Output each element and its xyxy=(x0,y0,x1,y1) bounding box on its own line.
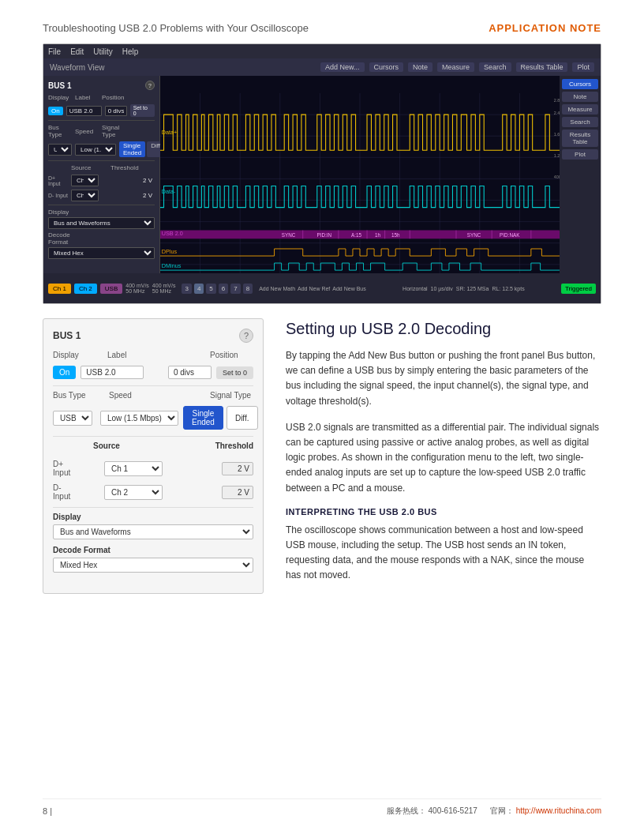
scope-dminus-row: D- Input Ch 2 2 V xyxy=(48,190,155,201)
scope-record-length: RL: 12.5 kpts xyxy=(492,286,524,291)
scope-note-btn[interactable]: Note xyxy=(562,92,598,102)
scope-results-btn[interactable]: Results Table xyxy=(562,130,598,147)
svg-text:2.80: 2.80 xyxy=(554,98,560,103)
bp-diff-btn[interactable]: Diff. xyxy=(227,406,258,430)
bp-decode-section-header: Decode Format xyxy=(53,546,253,554)
bp-set-btn[interactable]: Set to 0 xyxy=(216,366,253,379)
bp-type-vals: USB Low (1.5 Mbps) Single Ended Diff. xyxy=(53,406,253,430)
add-new-btn[interactable]: Add New... xyxy=(320,62,365,72)
scope-dplus-row: D+ Input Ch 1 2 V xyxy=(48,175,155,186)
bp-speed-label: Speed xyxy=(109,391,152,400)
scope-cursors-btn[interactable]: Cursors xyxy=(562,79,598,89)
scope-status-bar: Ch 1 Ch 2 USB 400 mV/s50 MHz 400 mV/s50 … xyxy=(43,273,601,303)
scope-label-label: Label xyxy=(75,94,99,101)
bp-position-input[interactable] xyxy=(168,366,212,379)
subsection-title: INTERPRETING THE USB 2.0 BUS xyxy=(286,507,601,517)
bp-display-dropdown[interactable]: Bus and Waveforms xyxy=(53,524,253,539)
bp-speed-select[interactable]: Low (1.5 Mbps) xyxy=(100,411,178,426)
scope-add-bus[interactable]: Add New Bus xyxy=(332,286,365,291)
bp-display-section: Display Bus and Waveforms xyxy=(53,513,253,539)
text-content: Setting up USB 2.0 Decoding By tapping t… xyxy=(286,318,601,594)
scope-plot-btn[interactable]: Plot xyxy=(562,149,598,160)
scope-add-new[interactable]: Add New Math xyxy=(259,286,295,291)
scope-display-section-label: Display xyxy=(48,208,72,216)
footer-center: 服务热线： 400-616-5217 官网： http://www.rituch… xyxy=(387,806,601,817)
scope-help-icon[interactable]: ? xyxy=(145,81,155,90)
search-btn[interactable]: Search xyxy=(479,62,511,72)
scope-ch2-btn[interactable]: Ch 2 xyxy=(74,284,97,294)
menu-help[interactable]: Help xyxy=(122,47,139,56)
scope-speed-select[interactable]: Low (1.5 Mbps) xyxy=(75,144,116,156)
bp-dminus-label: D- Input xyxy=(53,483,96,501)
scope-bustype-label: Bus Type xyxy=(48,124,72,138)
scope-label-input[interactable] xyxy=(66,106,102,116)
page-header: Troubleshooting USB 2.0 Problems with Yo… xyxy=(0,0,644,43)
menu-edit[interactable]: Edit xyxy=(70,47,84,56)
scope-position-input[interactable] xyxy=(105,106,127,116)
scope-top-bar: Waveform View Add New... Cursors Note Me… xyxy=(43,58,601,76)
scope-display-label: Display xyxy=(48,94,72,101)
scope-search-btn[interactable]: Search xyxy=(562,117,598,127)
bp-dplus-select[interactable]: Ch 1 xyxy=(104,461,163,476)
page-title: Troubleshooting USB 2.0 Problems with Yo… xyxy=(43,22,309,34)
cursors-btn[interactable]: Cursors xyxy=(369,62,404,72)
scope-source-label: Source xyxy=(71,164,95,171)
bp-dminus-select[interactable]: Ch 2 xyxy=(104,485,163,500)
note-btn[interactable]: Note xyxy=(408,62,432,72)
menu-utility[interactable]: Utility xyxy=(93,47,112,56)
bp-bustype-select[interactable]: USB xyxy=(53,411,92,426)
svg-text:DMinus: DMinus xyxy=(162,262,182,269)
plot-btn[interactable]: Plot xyxy=(572,62,594,72)
content-area: BUS 1 ? Display Label Position On Set to… xyxy=(43,318,601,594)
scope-num-buttons: 3 4 5 6 7 8 xyxy=(182,284,253,294)
bus-panel-help-btn[interactable]: ? xyxy=(239,329,253,343)
scope-add-ref[interactable]: Add New Ref xyxy=(298,286,330,291)
scope-horiz-section: Horizontal 10 μs/div SR: 125 MSa RL: 12.… xyxy=(402,286,525,291)
body-para-2: USB 2.0 signals are transmitted as a dif… xyxy=(286,420,601,496)
scope-dminus-select[interactable]: Ch 2 xyxy=(71,190,99,201)
scope-ch1-btn[interactable]: Ch 1 xyxy=(48,284,71,294)
footer-phone-label: 服务热线： 400-616-5217 xyxy=(387,806,477,817)
scope-set-btn[interactable]: Set to 0 xyxy=(130,104,155,117)
scope-display-select[interactable]: Bus and Waveforms xyxy=(48,217,155,229)
scope-threshold-label: Threshold xyxy=(110,164,134,171)
scope-usb-btn[interactable]: USB xyxy=(100,284,122,294)
scope-num-5[interactable]: 5 xyxy=(206,284,215,294)
scope-dplus-select[interactable]: Ch 1 xyxy=(71,175,99,186)
scope-dminus-threshold: 2 V xyxy=(128,191,155,200)
results-table-btn[interactable]: Results Table xyxy=(516,62,568,72)
scope-decode-select[interactable]: Mixed Hex xyxy=(48,247,155,259)
bus-panel-large: BUS 1 ? Display Label Position On Set to… xyxy=(43,318,264,594)
footer-website-link[interactable]: http://www.rituchina.com xyxy=(516,806,601,815)
bp-source-header: Source Threshold xyxy=(53,441,253,453)
scope-num-6[interactable]: 6 xyxy=(219,284,228,294)
bp-label-input[interactable] xyxy=(80,366,144,379)
scope-display-section: Display Bus and Waveforms xyxy=(48,208,155,229)
scope-num-8[interactable]: 8 xyxy=(243,284,253,294)
measure-btn[interactable]: Measure xyxy=(437,62,474,72)
scope-decode-label: Decode Format xyxy=(48,231,72,246)
scope-bustype-select[interactable]: USB xyxy=(48,144,72,156)
scope-screenshot: File Edit Utility Help Waveform View Add… xyxy=(43,43,601,304)
bp-divider-3 xyxy=(53,507,253,508)
svg-text:PID:NAK: PID:NAK xyxy=(500,232,520,238)
bus-panel-title: BUS 1 xyxy=(53,330,80,341)
page-number: 8 | xyxy=(43,806,52,816)
bp-on-btn[interactable]: On xyxy=(53,366,76,379)
scope-ch2-scale: 400 mV/s50 MHz xyxy=(152,283,176,294)
scope-num-4[interactable]: 4 xyxy=(194,284,204,294)
scope-num-3[interactable]: 3 xyxy=(182,284,191,294)
scope-on-btn[interactable]: On xyxy=(48,107,63,115)
scope-speed-label: Speed xyxy=(75,128,99,135)
application-note-tag: APPLICATION NOTE xyxy=(489,22,601,34)
bus-panel-title-row: BUS 1 ? xyxy=(53,329,253,343)
menu-file[interactable]: File xyxy=(48,47,61,56)
bp-decode-dropdown[interactable]: Mixed Hex xyxy=(53,558,253,573)
scope-num-7[interactable]: 7 xyxy=(230,284,240,294)
scope-single-ended-btn[interactable]: Single Ended xyxy=(119,141,145,157)
svg-text:1.20: 1.20 xyxy=(554,153,560,158)
svg-text:1.60: 1.60 xyxy=(554,132,560,137)
bp-single-ended-btn[interactable]: Single Ended xyxy=(183,406,223,430)
bp-type-labels: Bus Type Speed Signal Type xyxy=(53,391,253,400)
scope-measure-btn[interactable]: Measure xyxy=(562,104,598,115)
